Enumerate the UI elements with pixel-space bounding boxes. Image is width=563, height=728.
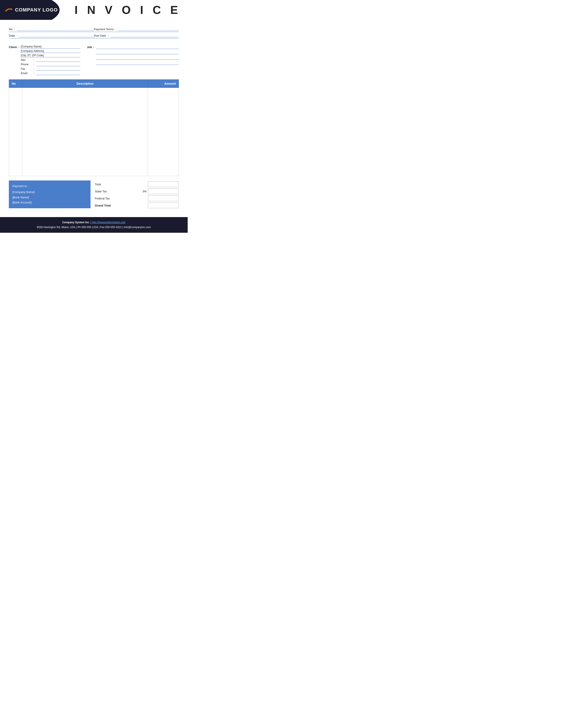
svg-point-0: [4, 7, 13, 13]
total-value-box[interactable]: [148, 181, 179, 187]
state-tax-label: State Tax: [95, 190, 121, 193]
federal-tax-row: Federal Tax: [95, 195, 179, 201]
attn-label: Attn: [21, 58, 32, 62]
client-phone-value[interactable]: [36, 63, 80, 66]
col-no-header: No: [9, 80, 22, 88]
info-date-left: Date :: [9, 34, 94, 37]
client-company-name[interactable]: [Company Name]: [21, 45, 80, 49]
info-no-left: No :: [9, 27, 94, 31]
job-line-3[interactable]: [96, 56, 179, 60]
invoice-title: I N V O I C E: [75, 3, 181, 17]
federal-tax-label: Federal Tax: [95, 197, 121, 200]
grand-total-row-inner: [124, 203, 179, 208]
invoice-table-section: No Description Amount: [0, 79, 188, 176]
federal-tax-value-box[interactable]: [148, 195, 179, 201]
info-payment-terms: Payment Terms :: [94, 27, 179, 31]
client-email-value[interactable]: [36, 71, 80, 75]
state-tax-value-box[interactable]: [148, 188, 179, 194]
invoice-info-section: No : Payment Terms : Date : Due Date :: [0, 26, 188, 38]
totals-block: Total State Tax 3% Federal Tax Grand Tot…: [95, 180, 179, 208]
job-line-2[interactable]: [96, 50, 179, 54]
table-row: [9, 88, 179, 176]
payment-title: Payment to :: [12, 184, 87, 189]
grand-total-value-box[interactable]: [148, 203, 179, 208]
client-label: Client :: [9, 45, 19, 75]
info-due-date: Due Date :: [94, 34, 179, 37]
phone-label: Phone: [21, 63, 32, 66]
job-label: Job :: [87, 45, 94, 75]
client-attn-row: Attn :: [21, 58, 80, 62]
date-label: Date: [9, 34, 15, 37]
client-fields: [Company Name] [Company Address] [City, …: [21, 45, 80, 75]
client-fax-row: Fax :: [21, 67, 80, 71]
footer-website[interactable]: http://freewordtemplates.net/: [92, 221, 125, 224]
col-description-header: Description: [22, 80, 148, 88]
total-row: Total: [95, 181, 179, 187]
footer-address: 8030 Harrington Rd, Miami, USA | Ph 555-…: [4, 225, 183, 230]
date-value[interactable]: [19, 34, 94, 37]
client-block: Client : [Company Name] [Company Address…: [9, 45, 80, 75]
logo-text: COMPANY LOGO: [4, 7, 58, 13]
job-block: Job :: [87, 45, 179, 75]
payment-terms-label: Payment Terms: [94, 28, 114, 31]
payment-company-name: [Company Name]: [12, 190, 87, 195]
client-phone-row: Phone :: [21, 63, 80, 66]
footer-company: Company System Inc.: [62, 221, 90, 224]
info-row-no: No : Payment Terms :: [9, 26, 179, 32]
state-tax-row: State Tax 3%: [95, 188, 179, 194]
client-company-address[interactable]: [Company Address]: [21, 49, 80, 53]
payment-bank-name: [Bank Name]: [12, 195, 87, 200]
federal-tax-row-inner: [124, 195, 179, 201]
table-header-row: No Description Amount: [9, 80, 179, 88]
client-city-zip[interactable]: [City, ST, ZIP Code]: [21, 54, 80, 57]
page-header: COMPANY LOGO I N V O I C E: [0, 0, 188, 20]
col-amount-header: Amount: [148, 80, 179, 88]
email-label: Email: [21, 72, 32, 75]
page-footer: Company System Inc. | http://freewordtem…: [0, 217, 188, 233]
table-cell-no[interactable]: [9, 88, 22, 176]
due-date-value[interactable]: [110, 34, 179, 37]
state-tax-percent: 3%: [142, 190, 147, 193]
total-row-inner: [124, 181, 179, 187]
no-label: No: [9, 28, 13, 31]
no-value[interactable]: [17, 27, 94, 31]
invoice-table: No Description Amount: [9, 79, 179, 176]
bottom-section: Payment to : [Company Name] [Bank Name] …: [0, 180, 188, 208]
logo-block: COMPANY LOGO: [0, 0, 66, 20]
grand-total-row: Grand Total: [95, 203, 179, 208]
client-email-row: Email :: [21, 71, 80, 75]
client-attn-value[interactable]: [36, 58, 80, 62]
fax-label: Fax: [21, 67, 32, 70]
due-date-label: Due Date: [94, 34, 106, 37]
client-fax-value[interactable]: [36, 67, 80, 71]
logo-label: COMPANY LOGO: [15, 7, 58, 13]
invoice-title-block: I N V O I C E: [66, 0, 188, 20]
grand-total-label: Grand Total: [95, 204, 121, 207]
payment-terms-value[interactable]: [118, 27, 179, 31]
state-tax-row-inner: 3%: [124, 188, 179, 194]
job-line-1[interactable]: [96, 45, 179, 49]
table-cell-amount[interactable]: [148, 88, 179, 176]
logo-icon: [4, 7, 13, 13]
footer-line1: Company System Inc. | http://freewordtem…: [4, 220, 183, 225]
payment-bank-account: [Bank Account]: [12, 200, 87, 205]
payment-block: Payment to : [Company Name] [Bank Name] …: [9, 180, 90, 208]
info-row-date: Date : Due Date :: [9, 33, 179, 38]
job-fields: [96, 45, 179, 75]
client-job-section: Client : [Company Name] [Company Address…: [0, 43, 188, 79]
job-line-4[interactable]: [96, 61, 179, 65]
table-cell-description[interactable]: [22, 88, 148, 176]
total-label: Total: [95, 183, 121, 186]
